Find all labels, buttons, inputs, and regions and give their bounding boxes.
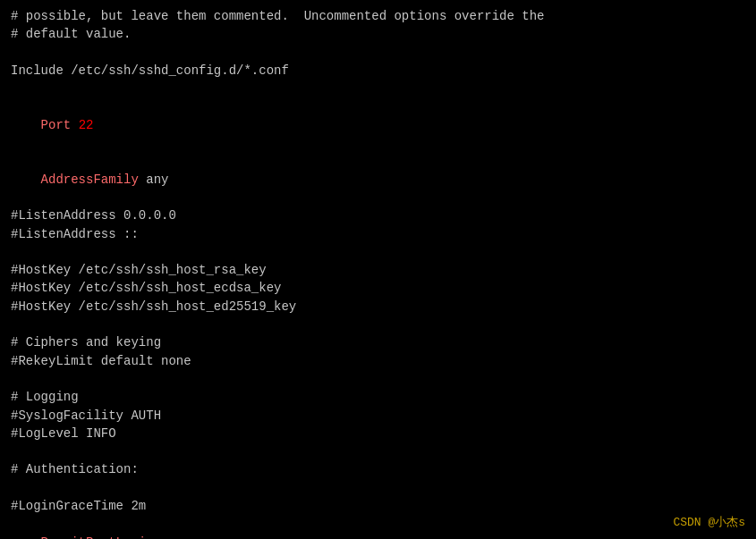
line-empty-4 (11, 316, 745, 333)
address-family-value: any (139, 173, 169, 187)
permit-root-value: yes (154, 535, 184, 539)
line-port: Port 22 (11, 97, 745, 152)
line-login-grace: #LoginGraceTime 2m (11, 497, 745, 515)
line-1: # possible, but leave them commented. Un… (11, 7, 745, 25)
line-address-family: AddressFamily any (11, 152, 745, 206)
line-empty-6 (11, 442, 745, 460)
line-loglevel: #LogLevel INFO (11, 425, 745, 442)
line-include: Include /etc/ssh/sshd_config.d/*.conf (11, 62, 745, 80)
line-rekeylimit: #RekeyLimit default none (11, 352, 745, 370)
line-listen2: #ListenAddress :: (11, 225, 745, 243)
line-auth-header: # Authentication: (11, 460, 745, 478)
permit-root-key: PermitRootLogin (41, 535, 154, 539)
line-syslog: #SyslogFacility AUTH (11, 407, 745, 425)
line-empty-1 (11, 44, 745, 62)
line-hostkey1: #HostKey /etc/ssh/ssh_host_rsa_key (11, 261, 745, 279)
line-2: # default value. (11, 25, 745, 43)
line-empty-2 (11, 80, 745, 97)
terminal: # possible, but leave them commented. Un… (0, 0, 756, 539)
line-hostkey2: #HostKey /etc/ssh/ssh_host_ecdsa_key (11, 279, 745, 297)
line-permit-root: PermitRootLogin yes (11, 515, 745, 539)
line-empty-3 (11, 243, 745, 261)
line-ciphers-header: # Ciphers and keying (11, 333, 745, 351)
line-empty-7 (11, 479, 745, 497)
port-value: 22 (79, 118, 94, 132)
line-empty-5 (11, 370, 745, 388)
line-logging-header: # Logging (11, 388, 745, 406)
line-hostkey3: #HostKey /etc/ssh/ssh_host_ed25519_key (11, 298, 745, 316)
watermark: CSDN @小杰s (673, 515, 745, 532)
address-family-key: AddressFamily (41, 173, 139, 187)
port-key: Port (41, 118, 79, 132)
line-listen1: #ListenAddress 0.0.0.0 (11, 206, 745, 224)
